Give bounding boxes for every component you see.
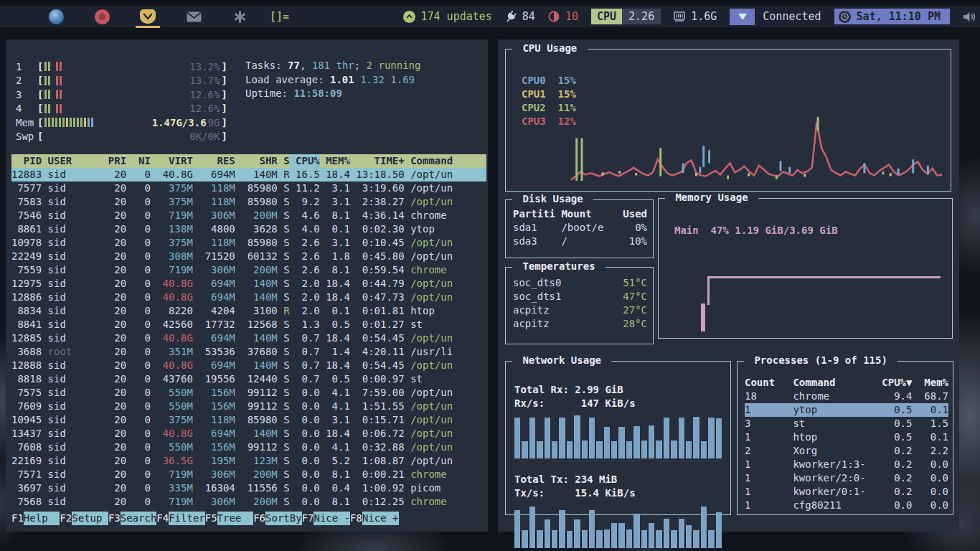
column-header-virt[interactable]: VIRT <box>156 154 193 168</box>
column-header-pri[interactable]: PRI <box>108 154 126 168</box>
ytop-process-row[interactable]: 3st0.51.5 <box>745 417 948 430</box>
cell: sid <box>48 250 103 263</box>
ytop-process-row[interactable]: 1kworker/1:3-0.20.0 <box>745 458 948 471</box>
fkey-label: Help <box>24 512 60 525</box>
process-row[interactable]: 22169sid 20 0 36.5G 195M 123MS 0.0 5.2 1… <box>11 454 486 468</box>
ytop-process-row[interactable]: 1kworker/0:1-0.20.0 <box>745 485 948 499</box>
layout-symbol[interactable]: []= <box>270 10 289 23</box>
tag-settings[interactable] <box>231 8 248 25</box>
process-row[interactable]: 22249sid 20 0 308M 71520 60132S 2.6 1.8 … <box>11 250 486 263</box>
memory-value: 1.6G <box>691 10 717 23</box>
process-row[interactable]: 12883sid 20 0 40.8G 694M 140MR16.518.413… <box>11 168 486 182</box>
fkey-f8[interactable]: F8Nice + <box>350 512 398 525</box>
process-row[interactable]: 10978sid 20 0 375M 118M 85980S 2.6 3.1 0… <box>11 236 486 250</box>
cpu-module[interactable]: CPU 2.26 <box>591 9 661 24</box>
network-bar <box>611 441 617 458</box>
network-module[interactable]: Connected <box>730 9 821 25</box>
uptime-line: Uptime: 11:58:09 <box>245 88 420 102</box>
process-row[interactable]: 12885sid 20 0 40.8G 694M 140MS 0.718.4 0… <box>11 331 486 345</box>
process-row[interactable]: 12886sid 20 0 40.8G 694M 140MS 2.018.4 0… <box>11 291 486 304</box>
cell: st <box>793 417 875 430</box>
cell: 156M <box>199 400 235 413</box>
ytop-process-row[interactable]: 1ytop0.50.1 <box>745 403 948 417</box>
ytop-process-row[interactable]: 2Xorg0.22.2 <box>745 444 948 458</box>
ytop-process-row[interactable]: 1htop0.50.1 <box>745 430 948 444</box>
fkey-f5[interactable]: F5Tree <box>205 512 253 525</box>
meter-label: Swp <box>16 131 37 142</box>
processes-column-header[interactable]: Command <box>793 376 875 390</box>
cell: 99112 <box>241 386 278 400</box>
clock-module[interactable]: Sat, 11:10 PM <box>834 9 950 24</box>
column-header-user[interactable]: USER <box>48 154 103 168</box>
process-row[interactable]: 10945sid 20 0 375M 118M 85980S 0.0 3.1 0… <box>11 413 486 427</box>
process-row[interactable]: 13437sid 20 0 40.8G 694M 140MS 0.018.4 0… <box>11 427 486 441</box>
processes-column-header[interactable]: CPU%▼ <box>882 376 912 390</box>
tag-chrome[interactable] <box>93 8 110 25</box>
process-row[interactable]: 7608sid 20 0 550M 156M 99112S 0.0 4.1 0:… <box>11 441 486 454</box>
tag-firefox[interactable] <box>47 8 65 25</box>
column-header-ni[interactable]: NI <box>133 154 151 168</box>
cell: 0.0 <box>882 499 912 512</box>
column-header-mem[interactable]: MEM% <box>326 154 350 168</box>
contrast-module[interactable]: 10 <box>548 10 578 23</box>
process-row[interactable]: 7559sid 20 0 719M 306M 200MS 2.6 8.1 0:5… <box>11 263 486 277</box>
cell: sid <box>48 182 103 195</box>
column-header-shr[interactable]: SHR <box>241 154 278 168</box>
process-row[interactable]: 7568sid 20 0 719M 306M 200MS 0.0 8.1 0:1… <box>11 495 486 509</box>
ytop-terminal-window[interactable]: CPU Usage CPU0 15%CPU1 15%CPU2 11%CPU3 1… <box>498 39 959 532</box>
process-row[interactable]: 3697sid 20 0 335M 16304 11556S 0.0 0.4 1… <box>11 481 486 495</box>
ytop-process-row[interactable]: 1kworker/2:0-0.20.0 <box>745 471 948 485</box>
fkey-f6[interactable]: F6SortBy <box>253 512 301 525</box>
process-row[interactable]: 8818sid 20 0 43760 19556 12440S 0.7 0.5 … <box>11 372 486 386</box>
power-module[interactable]: 84 <box>505 10 535 23</box>
network-bar <box>656 530 661 548</box>
column-header-pid[interactable]: PID <box>11 154 42 168</box>
column-header-s[interactable]: S <box>283 154 289 168</box>
process-row[interactable]: 8841sid 20 0 42560 17732 12568S 1.3 0.5 … <box>11 318 486 331</box>
cell: 1 <box>745 430 787 444</box>
processes-column-header[interactable]: Mem% <box>918 376 948 390</box>
cell: 0.0 <box>296 400 320 413</box>
fkey-f1[interactable]: F1Help <box>11 512 60 525</box>
process-row[interactable]: 8834sid 20 0 8220 4204 3100R 2.0 0.1 0:0… <box>11 304 486 318</box>
process-row[interactable]: 7571sid 20 0 719M 306M 200MS 0.0 8.1 0:0… <box>11 468 486 481</box>
meter-label: Mem <box>16 117 37 128</box>
processes-column-header[interactable]: Count <box>745 376 787 390</box>
cell: 0.0 <box>918 471 948 485</box>
cell: 20 <box>108 209 126 222</box>
process-row[interactable]: 3688root 20 0 351M 53536 37680S 0.7 1.4 … <box>11 345 486 359</box>
fkey-f4[interactable]: F4Filter <box>156 512 204 525</box>
htop-terminal-window[interactable]: 1[13.2%]2[13.7%]3[12.6%]4[12.6%]Mem[1.47… <box>6 39 488 532</box>
process-row[interactable]: 7575sid 20 0 550M 156M 99112S 0.0 4.1 7:… <box>11 386 486 400</box>
process-row[interactable]: 12888sid 20 0 40.8G 694M 140MS 0.718.4 0… <box>11 359 486 372</box>
process-row[interactable]: 7583sid 20 0 375M 118M 85980S 9.2 3.1 2:… <box>11 195 486 209</box>
cell: 20 <box>108 263 126 277</box>
volume-icon[interactable] <box>963 11 976 23</box>
cell: /usr/li <box>410 345 486 359</box>
process-row[interactable]: 12975sid 20 0 40.8G 694M 140MS 2.018.4 0… <box>11 277 486 291</box>
column-header-time[interactable]: TIME+ <box>356 154 404 168</box>
fkey-f2[interactable]: F2Setup <box>60 512 108 525</box>
ytop-process-row[interactable]: 1cfg802110.00.0 <box>745 499 948 512</box>
column-header-res[interactable]: RES <box>199 154 235 168</box>
column-header-command[interactable]: Command <box>410 154 486 168</box>
bracket: [ <box>37 103 43 114</box>
updates-module[interactable]: 174 updates <box>403 10 492 23</box>
tag-pocket-active[interactable] <box>139 8 156 25</box>
process-row[interactable]: 7577sid 20 0 375M 118M 85980S11.2 3.1 3:… <box>11 182 486 195</box>
process-row[interactable]: 7546sid 20 0 719M 306M 200MS 4.6 8.1 4:3… <box>11 209 486 222</box>
meter-bar <box>55 118 57 127</box>
disk-column-header: Used <box>616 207 647 221</box>
memory-module[interactable]: 1.6G <box>674 10 717 23</box>
cell: 3 <box>745 417 787 430</box>
text-segment: Tasks: <box>245 60 288 71</box>
meter-bar <box>56 104 58 113</box>
ytop-process-row[interactable]: 18chrome9.468.7 <box>745 390 948 403</box>
process-row[interactable]: 7609sid 20 0 550M 156M 99112S 0.0 4.1 1:… <box>11 400 486 413</box>
column-header-cpu[interactable]: CPU% <box>290 154 320 168</box>
tag-mail[interactable] <box>185 8 202 25</box>
process-row[interactable]: 8861sid 20 0 138M 4800 3628S 4.0 0.1 0:0… <box>11 222 486 236</box>
fkey-f3[interactable]: F3Search <box>108 512 156 525</box>
fkey-f7[interactable]: F7Nice - <box>302 512 350 525</box>
meter-inner: 0K/0K <box>43 131 221 142</box>
